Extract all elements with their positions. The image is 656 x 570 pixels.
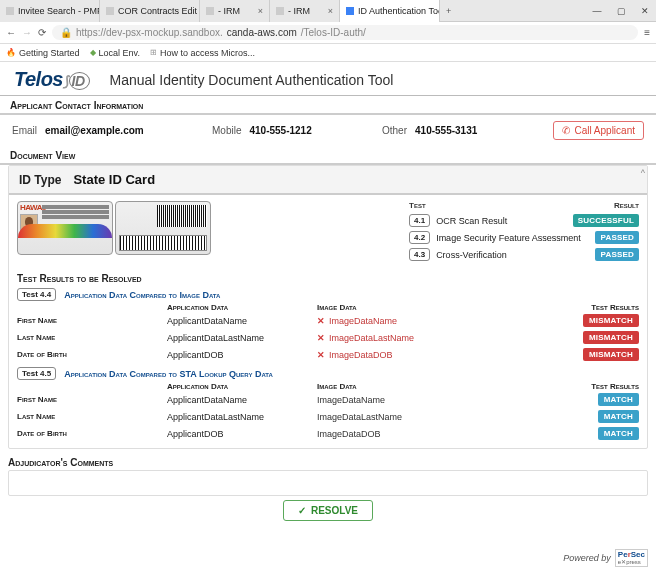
browser-addressbar: ← → ⟳ 🔒 https://dev-psx-mockup.sandbox.c… bbox=[0, 22, 656, 44]
new-tab-button[interactable]: + bbox=[440, 6, 457, 16]
subtest-data-row: First NameApplicantDataNameImageDataName… bbox=[17, 391, 639, 408]
url-path: /Telos-ID-auth/ bbox=[301, 27, 366, 38]
subtest-data-row: Date of BirthApplicantDOBImageDataDOBMis… bbox=[17, 346, 639, 363]
subtest-grid-header: Application DataImage DataTest Results bbox=[17, 303, 639, 312]
application-data-value: ApplicantDOB bbox=[167, 429, 317, 439]
subtest-number-badge[interactable]: Test 4.5 bbox=[17, 367, 56, 380]
test-result-badge: Passed bbox=[595, 231, 639, 244]
url-field[interactable]: 🔒 https://dev-psx-mockup.sandbox.canda-a… bbox=[52, 25, 638, 40]
email-value: email@example.com bbox=[45, 125, 144, 136]
window-maximize-button[interactable]: ▢ bbox=[610, 6, 632, 16]
logo: Telos⟆ID bbox=[14, 68, 90, 91]
image-data-value: ImageDataLastName bbox=[317, 333, 477, 343]
test-name: OCR Scan Result bbox=[436, 216, 507, 226]
subtest-data-row: Last NameApplicantDataLastNameImageDataL… bbox=[17, 329, 639, 346]
image-data-value: ImageDataName bbox=[317, 316, 477, 326]
browser-tab[interactable]: ID Authentication Tool× bbox=[340, 0, 440, 22]
field-name: Last Name bbox=[17, 412, 167, 421]
section-docview-label: Document View bbox=[0, 148, 656, 165]
id-type-label: ID Type bbox=[19, 173, 61, 187]
call-applicant-button[interactable]: ✆Call Applicant bbox=[553, 121, 644, 140]
nav-back-button[interactable]: ← bbox=[6, 27, 16, 38]
browser-tab[interactable]: Invitee Search - PMPortal× bbox=[0, 0, 100, 22]
id-card-back[interactable] bbox=[115, 201, 211, 255]
url-prefix: https://dev-psx-mockup.sandbox. bbox=[76, 27, 223, 38]
field-name: First Name bbox=[17, 395, 167, 404]
window-close-button[interactable]: ✕ bbox=[634, 6, 656, 16]
lock-icon: 🔒 bbox=[60, 27, 72, 38]
mobile-value: 410-555-1212 bbox=[249, 125, 311, 136]
subtest-header: Test 4.5Application Data Compared to STA… bbox=[17, 367, 639, 380]
field-name: First Name bbox=[17, 316, 167, 325]
image-data-value: ImageDataName bbox=[317, 395, 477, 405]
phone-icon: ✆ bbox=[562, 125, 570, 136]
subtest-description: Application Data Compared to STA Lookup … bbox=[64, 369, 273, 379]
image-data-value: ImageDataDOB bbox=[317, 429, 477, 439]
other-label: Other bbox=[382, 125, 407, 136]
persec-logo: PerSece✕press bbox=[615, 549, 648, 567]
field-name: Last Name bbox=[17, 333, 167, 342]
subtest-data-row: First NameApplicantDataNameImageDataName… bbox=[17, 312, 639, 329]
field-name: Date of Birth bbox=[17, 350, 167, 359]
image-data-value: ImageDataDOB bbox=[317, 350, 477, 360]
col-test: Test bbox=[409, 201, 426, 210]
subtest-data-row: Date of BirthApplicantDOBImageDataDOBMat… bbox=[17, 425, 639, 442]
browser-tab[interactable]: - IRM× bbox=[270, 0, 340, 22]
tab-close-icon[interactable]: × bbox=[328, 6, 333, 16]
test-result-badge: Successful bbox=[573, 214, 639, 227]
subtest-data-row: Last NameApplicantDataLastNameImageDataL… bbox=[17, 408, 639, 425]
row-result-badge: Match bbox=[598, 410, 639, 423]
row-result-badge: Mismatch bbox=[583, 331, 639, 344]
tab-favicon bbox=[6, 7, 14, 15]
test-name: Cross-Verification bbox=[436, 250, 507, 260]
window-minimize-button[interactable]: — bbox=[586, 6, 608, 16]
browser-menu-button[interactable]: ≡ bbox=[644, 27, 650, 38]
scroll-up-icon[interactable]: ^ bbox=[641, 168, 645, 178]
test-row: 4.3Cross-VerificationPassed bbox=[409, 248, 639, 261]
image-data-value: ImageDataLastName bbox=[317, 412, 477, 422]
document-view-panel: ^ ID Type State ID Card HAWAII TestResul… bbox=[8, 165, 648, 449]
email-label: Email bbox=[12, 125, 37, 136]
tab-label: COR Contracts Edit - CorPortal bbox=[118, 6, 200, 16]
test-row: 4.1OCR Scan ResultSuccessful bbox=[409, 214, 639, 227]
subtest-description: Application Data Compared to Image Data bbox=[64, 290, 220, 300]
browser-tab[interactable]: - IRM× bbox=[200, 0, 270, 22]
application-data-value: ApplicantDataName bbox=[167, 316, 317, 326]
adjudicator-comments-input[interactable] bbox=[8, 470, 648, 496]
subtest-number-badge[interactable]: Test 4.4 bbox=[17, 288, 56, 301]
bookmark-local-env[interactable]: Local Env. bbox=[90, 48, 140, 58]
tab-label: ID Authentication Tool bbox=[358, 6, 440, 16]
tab-label: Invitee Search - PMPortal bbox=[18, 6, 100, 16]
section-resolve-label: Test Results to be Resolved bbox=[17, 273, 639, 284]
url-domain: canda-aws.com bbox=[227, 27, 297, 38]
application-data-value: ApplicantDataName bbox=[167, 395, 317, 405]
section-adjudicator-label: Adjudicator's Comments bbox=[8, 455, 648, 470]
test-number-badge: 4.3 bbox=[409, 248, 430, 261]
browser-tab[interactable]: COR Contracts Edit - CorPortal× bbox=[100, 0, 200, 22]
bookmark-getting-started[interactable]: Getting Started bbox=[6, 48, 80, 58]
contact-row: Emailemail@example.com Mobile410-555-121… bbox=[0, 115, 656, 146]
subtest-grid-header: Application DataImage DataTest Results bbox=[17, 382, 639, 391]
row-result-badge: Mismatch bbox=[583, 314, 639, 327]
other-value: 410-555-3131 bbox=[415, 125, 477, 136]
subtest-header: Test 4.4Application Data Compared to Ima… bbox=[17, 288, 639, 301]
bookmark-micros[interactable]: How to access Micros... bbox=[150, 48, 255, 58]
tab-close-icon[interactable]: × bbox=[258, 6, 263, 16]
test-summary-list: TestResult 4.1OCR Scan ResultSuccessful4… bbox=[409, 201, 639, 261]
app-title: Manual Identity Document Authentication … bbox=[110, 72, 394, 88]
application-data-value: ApplicantDataLastName bbox=[167, 333, 317, 343]
id-type-value: State ID Card bbox=[73, 172, 155, 187]
nav-reload-button[interactable]: ⟳ bbox=[38, 27, 46, 38]
id-card-front[interactable]: HAWAII bbox=[17, 201, 113, 255]
tab-favicon bbox=[346, 7, 354, 15]
application-data-value: ApplicantDOB bbox=[167, 350, 317, 360]
mobile-label: Mobile bbox=[212, 125, 241, 136]
resolve-button[interactable]: RESOLVE bbox=[283, 500, 373, 521]
test-result-badge: Passed bbox=[595, 248, 639, 261]
nav-forward-button[interactable]: → bbox=[22, 27, 32, 38]
page-header: Telos⟆ID Manual Identity Document Authen… bbox=[0, 62, 656, 96]
tab-favicon bbox=[276, 7, 284, 15]
row-result-badge: Match bbox=[598, 427, 639, 440]
tab-favicon bbox=[206, 7, 214, 15]
powered-by: Powered by PerSece✕press bbox=[563, 549, 648, 567]
